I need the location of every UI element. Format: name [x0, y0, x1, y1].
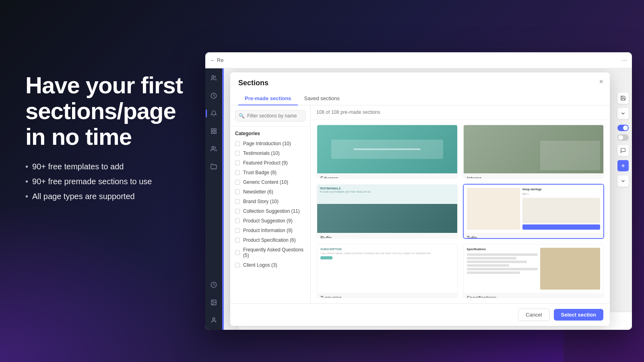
svg-point-9 — [213, 301, 213, 302]
sidebar-icon-users[interactable] — [208, 72, 219, 84]
category-item[interactable]: Featured Product (9) — [230, 158, 310, 168]
svg-rect-2 — [211, 129, 213, 131]
chat-icon-button[interactable] — [617, 145, 629, 156]
template-name: Turquoise — [317, 293, 457, 298]
category-item[interactable]: Frequently Asked Questions (5) — [230, 245, 310, 260]
category-checkbox[interactable] — [235, 180, 240, 185]
right-controls — [617, 93, 629, 187]
back-button[interactable]: ← Re — [210, 57, 224, 63]
toggle-2[interactable] — [617, 134, 629, 141]
svg-rect-4 — [211, 132, 213, 134]
template-thumbnail: Hoop earrings $32 •• — [464, 185, 604, 233]
category-checkbox[interactable] — [235, 160, 240, 165]
template-thumbnail: Specifications — [464, 245, 604, 293]
sidebar-icon-clock-bottom[interactable] — [208, 279, 219, 290]
category-item[interactable]: Client Logos (3) — [230, 260, 310, 270]
active-strip — [222, 68, 224, 330]
category-label: Product Specification (6) — [243, 237, 296, 243]
category-checkbox[interactable] — [235, 238, 240, 243]
add-button[interactable] — [617, 160, 629, 171]
category-label: Product Information (9) — [243, 228, 293, 233]
bg-glow-left — [0, 201, 201, 362]
svg-rect-5 — [214, 132, 216, 134]
categories-list: Page Introduction (10) Testimonials (10)… — [230, 139, 310, 303]
category-item[interactable]: Collection Suggestion (11) — [230, 206, 310, 216]
svg-point-0 — [212, 76, 214, 78]
bullet-1: 90+ free templates to add — [25, 162, 211, 171]
category-label: Frequently Asked Questions (5) — [243, 247, 305, 258]
template-card-educare[interactable]: Educare — [316, 124, 458, 179]
category-item[interactable]: Brand Story (10) — [230, 197, 310, 206]
category-item[interactable]: Trust Badge (8) — [230, 168, 310, 177]
category-item[interactable]: Product Specification (6) — [230, 235, 310, 245]
chevron-down-2-icon[interactable] — [617, 175, 629, 187]
bullet-2: 90+ free premade sections to use — [25, 177, 211, 186]
category-label: Client Logos (3) — [243, 262, 277, 268]
category-checkbox[interactable] — [235, 170, 240, 175]
template-card-turquoise[interactable]: SUBSCRIPTION THE LATEST NEWS, HAND-CURAT… — [316, 244, 458, 298]
template-name: Tulle — [464, 233, 604, 239]
category-label: Product Suggestion (9) — [243, 218, 293, 224]
categories-panel: 🔍 Categories Page Introduction (10) Test… — [230, 105, 311, 303]
category-checkbox[interactable] — [235, 228, 240, 233]
template-name: Specifications — [464, 293, 604, 298]
template-card-tulle[interactable]: Hoop earrings $32 •• Tulle Preview — [463, 184, 605, 239]
sections-dialog: Sections × Pre-made sections Saved secti… — [230, 72, 610, 326]
cancel-button[interactable]: Cancel — [518, 309, 549, 321]
category-label: Generic Content (10) — [243, 179, 288, 185]
hero-panel: Have your first sections/page in no time… — [25, 72, 211, 207]
category-checkbox[interactable] — [235, 250, 240, 255]
dialog-tabs: Pre-made sections Saved sections — [238, 92, 602, 105]
main-window: ← Re ··· — [205, 52, 632, 330]
search-box: 🔍 — [230, 105, 310, 127]
search-icon: 🔍 — [239, 113, 245, 119]
sidebar-icon-user-avatar[interactable] — [208, 315, 219, 326]
template-name: Rufin — [317, 233, 457, 239]
category-checkbox[interactable] — [235, 209, 240, 214]
category-checkbox[interactable] — [235, 151, 240, 156]
category-checkbox[interactable] — [235, 263, 240, 267]
search-input-wrapper[interactable]: 🔍 — [235, 110, 305, 121]
select-section-button[interactable]: Select section — [554, 309, 603, 321]
chevron-down-icon-button[interactable] — [617, 108, 629, 119]
template-card-interno[interactable]: Interno — [463, 124, 605, 179]
category-item[interactable]: Product Suggestion (9) — [230, 216, 310, 226]
dialog-footer: Cancel Select section — [230, 303, 610, 326]
tab-premade[interactable]: Pre-made sections — [238, 92, 298, 105]
category-item[interactable]: Testimonials (10) — [230, 148, 310, 158]
template-name: Educare — [317, 173, 457, 179]
category-label: Collection Suggestion (11) — [243, 208, 300, 214]
window-sidebar — [205, 68, 222, 330]
category-item[interactable]: Newsletter (6) — [230, 187, 310, 197]
category-item[interactable]: Product Information (9) — [230, 226, 310, 235]
sidebar-icon-clock[interactable] — [208, 90, 219, 101]
dialog-close-button[interactable]: × — [599, 78, 603, 85]
more-options-button[interactable]: ··· — [622, 57, 627, 64]
category-checkbox[interactable] — [235, 189, 240, 194]
template-card-specifications[interactable]: Specifications Specifications — [463, 244, 605, 298]
back-arrow-icon: ← — [210, 57, 215, 63]
category-checkbox[interactable] — [235, 141, 240, 146]
save-icon-button[interactable] — [617, 93, 629, 104]
template-card-rufin[interactable]: TESTIMONIALS AT OUR CUSTOMERS SAY THE TR… — [316, 184, 458, 239]
category-label: Brand Story (10) — [243, 199, 279, 204]
category-label: Page Introduction (10) — [243, 141, 291, 146]
sidebar-icon-image[interactable] — [208, 297, 219, 308]
search-input[interactable] — [247, 113, 302, 119]
sidebar-icon-notification[interactable] — [208, 108, 219, 119]
window-content: Sections × Pre-made sections Saved secti… — [222, 68, 632, 330]
sidebar-icon-folder[interactable] — [208, 161, 219, 172]
toggle-1[interactable] — [617, 125, 629, 131]
hero-bullets: 90+ free templates to add 90+ free prema… — [25, 162, 211, 201]
sidebar-icon-people[interactable] — [208, 143, 219, 154]
category-label: Featured Product (9) — [243, 160, 288, 166]
back-label: Re — [217, 57, 224, 63]
category-item[interactable]: Generic Content (10) — [230, 177, 310, 187]
category-item[interactable]: Page Introduction (10) — [230, 139, 310, 148]
category-checkbox[interactable] — [235, 218, 240, 223]
sidebar-icon-grid[interactable] — [208, 125, 219, 137]
templates-grid: Educare Interno TESTIMONIALS AT OUR CUST… — [311, 119, 610, 303]
category-checkbox[interactable] — [235, 199, 240, 204]
svg-point-6 — [212, 146, 214, 148]
tab-saved[interactable]: Saved sections — [298, 92, 346, 105]
